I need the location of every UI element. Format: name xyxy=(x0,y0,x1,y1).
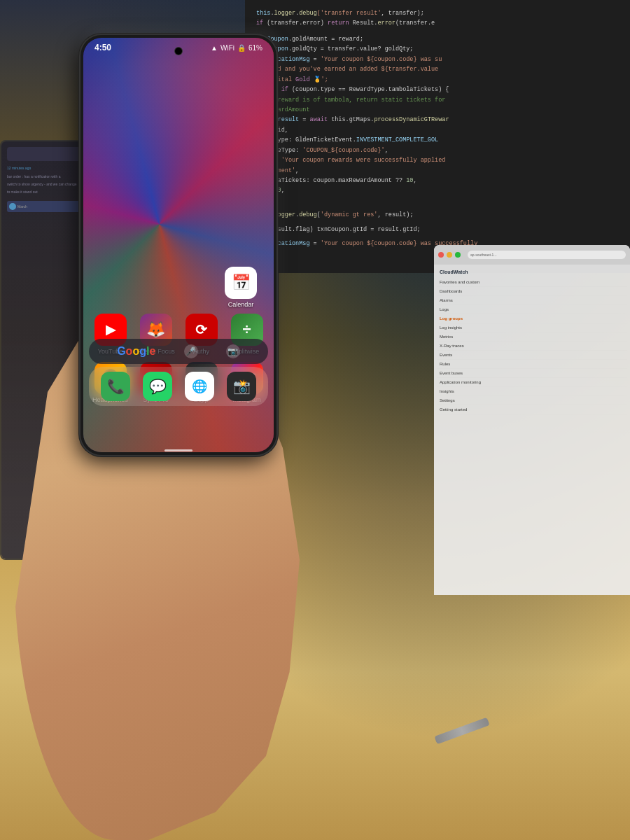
youtube-logo: ▶ xyxy=(106,322,115,337)
calendar-icon: 📅 xyxy=(225,267,257,299)
lock-icon: 🔒 xyxy=(237,44,246,52)
app-grid: 📅 Calendar ▶ YouTube 🦊 xyxy=(83,267,274,410)
minimize-dot xyxy=(447,252,452,258)
sidebar-item-log-insights[interactable]: Log insights xyxy=(437,323,627,332)
sidebar-item-alarms[interactable]: Alarms xyxy=(437,296,627,305)
url-bar[interactable]: ap-southeast-1... xyxy=(468,251,626,259)
whatsapp-icon: 💬 xyxy=(149,378,167,395)
browser-bar: ap-southeast-1... xyxy=(434,245,630,265)
status-icons: ▲ WiFi 🔒 61% xyxy=(211,44,262,52)
calendar-emoji: 📅 xyxy=(232,274,251,292)
code-monitor: this.logger.debug('transfer result', tra… xyxy=(245,0,630,273)
phone-icon: 📞 xyxy=(107,378,125,395)
wifi-icon: WiFi xyxy=(220,44,234,52)
maximize-dot xyxy=(455,252,461,258)
splitwise-symbol: ÷ xyxy=(242,321,251,339)
sidebar-item-log-groups[interactable]: Log groups xyxy=(437,314,627,323)
sidebar-item-events[interactable]: Events xyxy=(437,351,627,360)
cloudwatch-screen: ap-southeast-1... CloudWatch Favorites a… xyxy=(434,245,630,595)
dock-phone[interactable]: 📞 xyxy=(101,372,130,401)
chrome-icon: 🌐 xyxy=(192,379,207,394)
google-camera-button[interactable]: 📷 xyxy=(226,344,240,358)
sidebar-item-logs[interactable]: Logs xyxy=(437,305,627,314)
sidebar-content: CloudWatch Favorites and custom Dashboar… xyxy=(434,265,630,595)
code-display: this.logger.debug('transfer result', tra… xyxy=(245,0,630,258)
sidebar-item-metrics[interactable]: Metrics xyxy=(437,332,627,342)
battery-indicator: 61% xyxy=(248,44,262,52)
calendar-label: Calendar xyxy=(228,301,254,308)
dock-whatsapp[interactable]: 💬 xyxy=(143,372,172,401)
phone-body: 4:50 ▲ WiFi 🔒 61% 📅 Calendar xyxy=(80,35,276,455)
sidebar-item-dashboards[interactable]: Dashboards xyxy=(437,287,627,296)
sidebar-item-rules[interactable]: Rules xyxy=(437,360,627,369)
phone: 4:50 ▲ WiFi 🔒 61% 📅 Calendar xyxy=(80,35,276,455)
signal-icon: ▲ xyxy=(211,44,218,52)
status-time: 4:50 xyxy=(94,43,111,52)
dock-chrome[interactable]: 🌐 xyxy=(185,372,214,401)
camera-hole xyxy=(175,48,182,55)
right-laptop: ap-southeast-1... CloudWatch Favorites a… xyxy=(434,245,630,595)
sidebar-item-settings[interactable]: Settings xyxy=(437,396,627,405)
google-logo: Google xyxy=(117,345,155,358)
sidebar-item-favorites[interactable]: Favorites and custom xyxy=(437,278,627,287)
dock-camera[interactable]: 📸 xyxy=(227,372,256,401)
sidebar-item-insights[interactable]: Insights xyxy=(437,387,627,396)
dock: 📞 💬 🌐 📸 xyxy=(89,367,268,406)
nav-bar xyxy=(83,448,274,452)
camera-icon: 📸 xyxy=(233,378,251,395)
google-mic-button[interactable]: 🎤 xyxy=(184,344,198,358)
phone-screen: 4:50 ▲ WiFi 🔒 61% 📅 Calendar xyxy=(83,38,274,452)
google-search-bar[interactable]: Google 🎤 📷 xyxy=(89,339,268,364)
app-calendar[interactable]: 📅 Calendar xyxy=(220,267,261,308)
app-row-calendar: 📅 Calendar xyxy=(90,267,267,308)
sidebar-item-app-monitoring[interactable]: Application monitoring xyxy=(437,378,627,387)
sidebar-item-xray[interactable]: X-Ray traces xyxy=(437,342,627,351)
authy-symbol: ⟳ xyxy=(195,321,207,338)
sidebar-item-getting-started[interactable]: Getting started xyxy=(437,405,627,414)
cloudwatch-title: CloudWatch xyxy=(437,267,627,276)
close-dot xyxy=(438,252,444,258)
nav-indicator xyxy=(164,449,192,451)
firefox-emoji: 🦊 xyxy=(146,321,165,339)
sidebar-item-event-buses[interactable]: Event buses xyxy=(437,369,627,378)
